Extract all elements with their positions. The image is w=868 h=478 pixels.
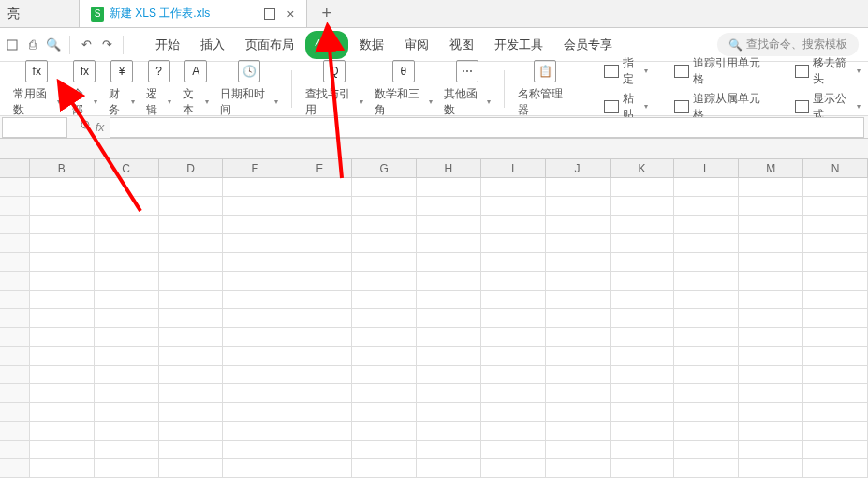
magnify-icon[interactable] xyxy=(81,120,92,134)
cell[interactable] xyxy=(803,459,868,477)
cell[interactable] xyxy=(546,422,611,440)
cell[interactable] xyxy=(95,384,159,402)
cell[interactable] xyxy=(739,459,803,477)
cell[interactable] xyxy=(95,178,159,196)
cell[interactable] xyxy=(30,309,95,327)
cell[interactable] xyxy=(674,347,739,365)
col-header-B[interactable]: B xyxy=(30,159,95,177)
cell[interactable] xyxy=(159,234,224,252)
col-header-J[interactable]: J xyxy=(546,159,611,177)
tool-5[interactable]: 🕓日期和时间▾ xyxy=(214,60,284,118)
cell[interactable] xyxy=(159,403,224,421)
tool-4[interactable]: A文本▾ xyxy=(177,60,214,118)
cell[interactable] xyxy=(159,347,224,365)
cell[interactable] xyxy=(611,272,675,290)
fx-icon[interactable]: fx xyxy=(96,121,104,134)
cell[interactable] xyxy=(674,216,739,233)
new-tab-button[interactable]: + xyxy=(307,4,347,23)
cell[interactable] xyxy=(287,441,352,458)
cell[interactable] xyxy=(30,234,95,252)
cell[interactable] xyxy=(95,422,159,440)
cell[interactable] xyxy=(30,347,95,365)
cell[interactable] xyxy=(30,403,95,421)
cell[interactable] xyxy=(803,441,868,458)
cell[interactable] xyxy=(739,291,803,308)
cell[interactable] xyxy=(674,272,739,290)
cell[interactable] xyxy=(159,441,224,458)
cell[interactable] xyxy=(674,291,739,308)
cell[interactable] xyxy=(30,291,95,308)
col-header-F[interactable]: F xyxy=(287,159,352,177)
cell[interactable] xyxy=(417,309,481,327)
cell[interactable] xyxy=(803,197,868,215)
cell[interactable] xyxy=(546,234,611,252)
preview-icon[interactable]: 🔍 xyxy=(45,37,62,53)
cell[interactable] xyxy=(159,178,224,196)
cell[interactable] xyxy=(417,403,481,421)
cell[interactable] xyxy=(481,234,546,252)
cell[interactable] xyxy=(739,384,803,402)
cell[interactable] xyxy=(739,178,803,196)
cell[interactable] xyxy=(481,309,546,327)
cell[interactable] xyxy=(352,347,417,365)
cell[interactable] xyxy=(352,384,417,402)
tool-right-item[interactable]: 指定▾ xyxy=(604,55,648,87)
cell[interactable] xyxy=(739,441,803,458)
cell[interactable] xyxy=(159,366,224,383)
cell[interactable] xyxy=(674,422,739,440)
cell[interactable] xyxy=(352,422,417,440)
tool-right-item[interactable]: 移去箭头▾ xyxy=(795,55,861,87)
cell[interactable] xyxy=(481,441,546,458)
col-header-D[interactable]: D xyxy=(159,159,224,177)
cell[interactable] xyxy=(546,291,611,308)
cell[interactable] xyxy=(739,366,803,383)
cell[interactable] xyxy=(287,178,352,196)
cell[interactable] xyxy=(30,384,95,402)
cell[interactable] xyxy=(417,253,481,271)
cell[interactable] xyxy=(30,459,95,477)
cell[interactable] xyxy=(803,403,868,421)
cell[interactable] xyxy=(223,272,287,290)
cell[interactable] xyxy=(739,347,803,365)
cell[interactable] xyxy=(481,291,546,308)
cell[interactable] xyxy=(739,422,803,440)
cell[interactable] xyxy=(223,422,287,440)
formula-input[interactable] xyxy=(110,117,864,138)
cell[interactable] xyxy=(803,272,868,290)
cell[interactable] xyxy=(674,384,739,402)
cell[interactable] xyxy=(417,459,481,477)
cell[interactable] xyxy=(223,459,287,477)
cell[interactable] xyxy=(611,347,675,365)
cell[interactable] xyxy=(223,347,287,365)
cell[interactable] xyxy=(159,384,224,402)
cell[interactable] xyxy=(287,216,352,233)
cell[interactable] xyxy=(159,253,224,271)
col-header-K[interactable]: K xyxy=(611,159,675,177)
cell[interactable] xyxy=(223,384,287,402)
col-header-G[interactable]: G xyxy=(352,159,417,177)
cell[interactable] xyxy=(30,366,95,383)
cell[interactable] xyxy=(674,403,739,421)
cell[interactable] xyxy=(417,197,481,215)
cell[interactable] xyxy=(159,291,224,308)
cell[interactable] xyxy=(95,309,159,327)
tool-right-item[interactable]: 追踪引用单元格 xyxy=(674,55,768,87)
cell[interactable] xyxy=(95,272,159,290)
cell[interactable] xyxy=(30,272,95,290)
cell[interactable] xyxy=(674,253,739,271)
cell[interactable] xyxy=(352,309,417,327)
tool-1[interactable]: fx全部▾ xyxy=(66,60,104,118)
cell[interactable] xyxy=(417,272,481,290)
cell[interactable] xyxy=(30,328,95,346)
cell[interactable] xyxy=(674,366,739,383)
cell[interactable] xyxy=(223,253,287,271)
cell[interactable] xyxy=(352,272,417,290)
cell[interactable] xyxy=(223,291,287,308)
cell[interactable] xyxy=(674,197,739,215)
menu-tab-3[interactable]: 公式 xyxy=(305,31,348,59)
undo-icon[interactable]: ↶ xyxy=(78,37,95,53)
cell[interactable] xyxy=(739,328,803,346)
cell[interactable] xyxy=(739,272,803,290)
cell[interactable] xyxy=(611,291,675,308)
cell[interactable] xyxy=(481,272,546,290)
